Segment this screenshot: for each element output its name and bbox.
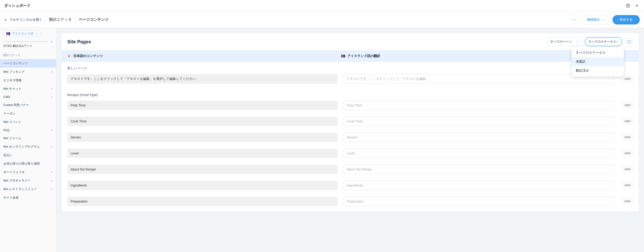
source-text[interactable]: Cook Time: <box>67 117 338 126</box>
source-text[interactable]: Preparation <box>67 197 338 206</box>
more-button[interactable] <box>569 15 578 25</box>
chevron-down-icon <box>602 19 604 21</box>
machine-translate-button[interactable]: 機械翻訳 <box>582 15 609 25</box>
target-input[interactable]: Cook Time: <box>343 117 614 126</box>
sidebar-item[interactable]: Wix チャット <box>0 85 56 93</box>
status-badge: 未翻訳 <box>622 151 633 156</box>
panel-header: Site Pages すべてのページ すべてのステータス <box>62 33 639 50</box>
chevron-right-icon <box>50 96 53 98</box>
section-label: 新しいページ <box>62 62 639 73</box>
back-label: マルチリンガルを開く <box>10 18 42 22</box>
progress-row <box>0 39 56 44</box>
status-badge: 未翻訳 <box>622 103 633 108</box>
actionbar: マルチリンガルを開く 翻訳エディタ ページコンテンツ 機械翻訳 保存する <box>0 12 644 28</box>
progress-expand[interactable] <box>50 40 53 43</box>
source-text[interactable]: Ingredients <box>67 181 338 190</box>
page-filter-label: すべてのページ <box>550 40 572 44</box>
translation-row: Prep Time:Prep Time:未翻訳 <box>62 99 639 115</box>
machine-translate-label: 機械翻訳 <box>587 18 600 22</box>
sidebar-item-label: CMS <box>3 95 10 99</box>
chevron-right-icon <box>50 188 53 190</box>
svg-point-1 <box>628 6 628 7</box>
status-badge: 未翻訳 <box>622 167 633 172</box>
chevron-right-icon <box>50 71 53 73</box>
translation-row: Serves:Serves:未翻訳 <box>62 131 639 147</box>
sidebar-item-label: ビジネス情報 <box>3 78 22 82</box>
sidebar-item[interactable]: 支払い <box>0 151 56 159</box>
source-text[interactable]: About the Recipe <box>67 165 338 174</box>
sidebar-item-label: サイト会員 <box>3 195 18 200</box>
close-icon[interactable] <box>634 3 640 9</box>
sidebar-item[interactable]: Wix イベント <box>0 118 56 126</box>
dropdown-opt-all[interactable]: すべてのステータス <box>572 48 624 57</box>
target-input[interactable]: Preparation <box>343 197 614 206</box>
translation-row: Level:Level:未翻訳 <box>62 147 639 163</box>
language-select[interactable]: アイスランド語 <box>3 30 41 37</box>
status-badge: 未翻訳 <box>622 199 633 204</box>
sidebar-item[interactable]: Wix フォーム <box>0 134 56 142</box>
help-icon[interactable] <box>625 3 631 9</box>
target-input[interactable]: Serves: <box>343 133 614 142</box>
sidebar-item[interactable]: ページコンテンツ <box>0 59 56 68</box>
divider <box>75 17 75 22</box>
status-badge: 未翻訳 <box>622 135 633 140</box>
sidebar-item-label: Wix オンラインプログラム <box>3 145 40 149</box>
dashboard-title: ダッシュボード <box>4 3 30 8</box>
sidebar-item[interactable]: サイト会員 <box>0 193 56 202</box>
chevron-right-icon <box>50 129 53 131</box>
chevron-right-icon <box>50 171 53 173</box>
target-input[interactable]: Level: <box>343 149 614 158</box>
sidebar-item[interactable]: お持ち帰りの受け取り場所 <box>0 159 56 168</box>
sidebar-item-label: FAQ <box>3 128 10 132</box>
sidebar-item[interactable]: クーポン <box>0 109 56 118</box>
sidebar-item[interactable]: Wix プロギャラリー <box>0 176 56 185</box>
sidebar-item-label: Wix フォーム <box>3 136 22 140</box>
dropdown-opt-translated[interactable]: 翻訳済み <box>572 66 624 75</box>
status-filter-select[interactable]: すべてのステータス <box>585 38 622 46</box>
target-input[interactable]: Ingredients <box>343 181 614 190</box>
source-text[interactable]: Level: <box>67 149 338 158</box>
language-label: アイスランド語 <box>12 32 34 36</box>
breadcrumb-current: ページコンテンツ <box>78 17 109 22</box>
sidebar-item[interactable]: Wix オンラインプログラム <box>0 142 56 151</box>
chevron-down-icon <box>576 41 578 43</box>
source-text[interactable]: Serves: <box>67 133 338 142</box>
breadcrumb-editor[interactable]: 翻訳エディタ <box>49 17 72 22</box>
sidebar-item[interactable]: Wix ブッキング <box>0 68 56 76</box>
sidebar-item-label: ポートフォリオ <box>3 170 25 174</box>
sidebar-item[interactable]: FAQ <box>0 126 56 134</box>
arrow-left-icon <box>4 18 8 22</box>
source-text[interactable]: テキストです。ここをクリックして「テキストを編集」を選択して編集してください。 <box>67 74 338 84</box>
translation-row: IngredientsIngredients未翻訳 <box>62 179 639 195</box>
sidebar-item-label: ページコンテンツ <box>3 61 28 66</box>
sidebar-item-label: Wix チャット <box>3 87 22 91</box>
save-button[interactable]: 保存する <box>612 15 640 25</box>
source-text[interactable]: Prep Time: <box>67 101 338 110</box>
section-label: Recipes (Food Type) <box>62 89 639 99</box>
dropdown-opt-untranslated[interactable]: 未翻訳 <box>572 57 624 66</box>
topbar: ダッシュボード <box>0 0 644 12</box>
sidebar-item[interactable]: Wix レストランメニュー <box>0 185 56 193</box>
sidebar-item-label: Wix イベント <box>3 120 22 124</box>
back-link[interactable]: マルチリンガルを開く <box>4 18 42 22</box>
status-filter-label: すべてのステータス <box>588 40 616 44</box>
sidebar-section-label: 翻訳エディタ <box>0 51 56 59</box>
sidebar: アイスランド語 0/7301 翻訳済みワード 翻訳エディタ ページコンテンツWi… <box>0 28 56 252</box>
chevron-right-icon <box>50 88 53 90</box>
progress-text: 0/7301 翻訳済みワード <box>0 44 56 51</box>
status-filter-dropdown: すべてのステータス 未翻訳 翻訳済み <box>572 47 624 77</box>
sidebar-item[interactable]: ポートフォリオ <box>0 168 56 176</box>
page-filter-select[interactable]: すべてのページ <box>547 38 582 46</box>
target-input[interactable]: About the Recipe <box>343 165 614 174</box>
japan-flag-icon <box>67 55 71 58</box>
sidebar-item[interactable]: CMS <box>0 93 56 101</box>
source-column-header: 日本語のコンテンツ <box>67 54 339 58</box>
sidebar-item[interactable]: ビジネス情報 <box>0 76 56 85</box>
status-badge: 未翻訳 <box>622 183 633 188</box>
target-input[interactable]: Prep Time: <box>343 101 614 110</box>
refresh-button[interactable] <box>625 38 633 46</box>
panel-title: Site Pages <box>67 39 544 45</box>
translation-row: PreparationPreparation未翻訳 <box>62 195 639 211</box>
sidebar-item[interactable]: Cookie 同意バナー <box>0 101 56 109</box>
sidebar-item-label: Cookie 同意バナー <box>3 103 29 107</box>
